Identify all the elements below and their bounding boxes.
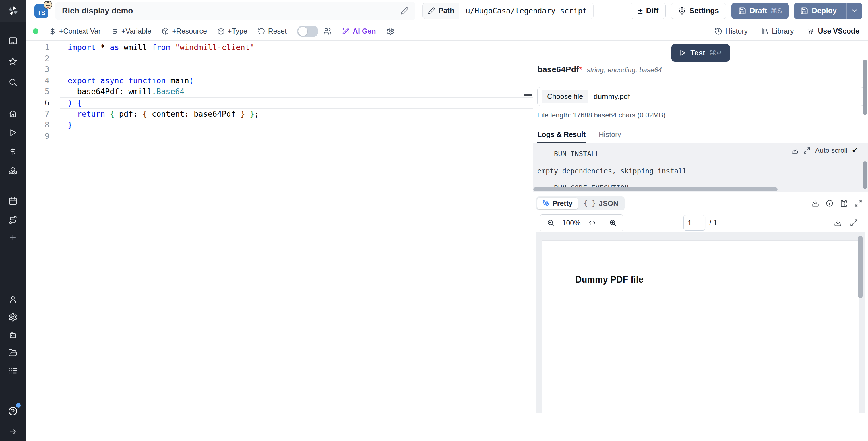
- pdf-canvas-area[interactable]: Dummy PDF file: [536, 232, 865, 413]
- code-line[interactable]: 2: [26, 53, 533, 64]
- diff-button[interactable]: ± Diff: [631, 3, 665, 19]
- pdf-zoom-out-button[interactable]: [540, 215, 561, 231]
- deploy-dropdown[interactable]: [846, 3, 862, 19]
- sidebar-item-favorites[interactable]: [0, 51, 26, 72]
- sidebar-expand[interactable]: [0, 423, 26, 441]
- wand-icon: [342, 27, 350, 35]
- add-variable-button[interactable]: +Variable: [111, 27, 151, 35]
- test-button[interactable]: Test ⌘↵: [671, 44, 730, 62]
- download-icon[interactable]: [811, 199, 819, 207]
- sidebar-item-audit[interactable]: [0, 362, 26, 380]
- language-badge-label: TS: [37, 9, 45, 17]
- use-vscode-button[interactable]: Use VScode: [807, 27, 859, 35]
- pdf-page-total: / 1: [709, 219, 717, 227]
- code-line[interactable]: 7 return { pdf: { content: base64Pdf } }…: [26, 109, 533, 120]
- json-tab[interactable]: { } JSON: [578, 198, 623, 209]
- ai-gen-button[interactable]: AI Gen: [342, 27, 376, 35]
- test-label: Test: [690, 49, 705, 57]
- script-title-box[interactable]: Rich display demo: [55, 2, 415, 20]
- code-line[interactable]: 8}: [26, 119, 533, 130]
- pdf-fit-width-button[interactable]: [582, 215, 602, 231]
- sidebar-item-flows[interactable]: [0, 210, 26, 229]
- sidebar-item-search[interactable]: [0, 72, 26, 92]
- sidebar-item-home[interactable]: [0, 104, 26, 123]
- pen-icon: [542, 200, 549, 207]
- path-field[interactable]: Path u/HugoCasa/legendary_script: [422, 3, 594, 19]
- code-line[interactable]: 4export async function main(: [26, 75, 533, 86]
- add-type-button[interactable]: +Type: [217, 27, 247, 35]
- add-context-var-button[interactable]: +Context Var: [49, 27, 101, 35]
- file-name: dummy.pdf: [594, 92, 630, 101]
- windmill-logo[interactable]: [0, 0, 26, 22]
- draft-button[interactable]: Draft ⌘S: [732, 3, 789, 19]
- sidebar-item-resources[interactable]: [0, 161, 26, 180]
- dollar-icon: [9, 147, 17, 156]
- library-button[interactable]: Library: [761, 27, 794, 35]
- edit-title-icon[interactable]: [400, 7, 408, 15]
- user-icon: [8, 295, 18, 304]
- pdf-page: Dummy PDF file: [541, 240, 859, 413]
- sidebar-item-variables[interactable]: [0, 142, 26, 161]
- sidebar-item-schedules[interactable]: [0, 192, 26, 210]
- required-mark: *: [579, 65, 582, 74]
- robot-icon: [8, 330, 18, 340]
- test-shortcut: ⌘↵: [709, 49, 722, 57]
- log-vertical-scrollbar[interactable]: [863, 161, 867, 189]
- file-input[interactable]: Choose file dummy.pdf: [537, 87, 864, 106]
- pdf-vertical-scrollbar[interactable]: [858, 236, 863, 298]
- route-icon: [8, 215, 18, 225]
- line-number: 3: [26, 64, 60, 75]
- sidebar-item-user[interactable]: [0, 291, 26, 308]
- sidebar-item-workspace[interactable]: [0, 30, 26, 51]
- add-type-label: +Type: [228, 27, 247, 35]
- code-editor[interactable]: 1import * as wmill from "windmill-client…: [26, 41, 533, 441]
- path-label: Path: [439, 7, 454, 15]
- reset-button[interactable]: Reset: [258, 27, 287, 35]
- pdf-zoom-in-button[interactable]: [602, 215, 623, 231]
- log-horizontal-scrollbar[interactable]: [533, 187, 778, 191]
- pretty-tab[interactable]: Pretty: [537, 198, 578, 209]
- code-line[interactable]: 5 base64Pdf: wmill.Base64: [26, 86, 533, 97]
- expand-icon[interactable]: [803, 147, 811, 154]
- sidebar-item-workers[interactable]: [0, 326, 26, 344]
- line-number: 9: [26, 130, 60, 142]
- sidebar-item-help[interactable]: [0, 400, 26, 423]
- expand-icon[interactable]: [850, 219, 858, 227]
- path-value[interactable]: u/HugoCasa/legendary_script: [459, 3, 593, 19]
- pdf-page-input[interactable]: [683, 215, 705, 231]
- tab-logs-result[interactable]: Logs & Result: [537, 127, 586, 143]
- deploy-label: Deploy: [812, 6, 837, 15]
- code-text: [60, 130, 533, 142]
- download-icon[interactable]: [791, 147, 799, 154]
- auto-scroll-label[interactable]: Auto scroll: [815, 146, 847, 154]
- add-resource-button[interactable]: +Resource: [162, 27, 207, 35]
- settings-button[interactable]: Settings: [671, 3, 726, 19]
- sidebar-item-folders[interactable]: [0, 344, 26, 362]
- code-line[interactable]: 9: [26, 130, 533, 142]
- code-line[interactable]: 6) {: [26, 97, 533, 109]
- result-view-switch: Pretty { } JSON: [536, 196, 625, 210]
- pdf-zoom-level[interactable]: 100%: [561, 215, 582, 231]
- choose-file-button[interactable]: Choose file: [541, 90, 588, 104]
- pdf-viewer: 100% / 1: [536, 214, 865, 413]
- assistant-toggle[interactable]: [297, 26, 318, 37]
- panel-scrollbar[interactable]: [863, 60, 867, 115]
- star-icon: [8, 57, 18, 66]
- code-line[interactable]: 1import * as wmill from "windmill-client…: [26, 42, 533, 53]
- download-icon[interactable]: [834, 219, 842, 227]
- sidebar-item-runs[interactable]: [0, 123, 26, 142]
- deploy-button[interactable]: Deploy: [794, 3, 862, 19]
- sidebar-item-add[interactable]: [0, 229, 26, 245]
- history-button[interactable]: History: [714, 27, 748, 35]
- code-line[interactable]: 3: [26, 64, 533, 75]
- expand-icon[interactable]: [854, 199, 862, 207]
- check-icon: ✔: [852, 146, 858, 154]
- editor-settings-button[interactable]: [386, 27, 394, 35]
- clipboard-copy-icon[interactable]: [840, 199, 848, 207]
- log-viewer[interactable]: --- BUN INSTALL ---empty dependencies, s…: [533, 143, 868, 193]
- save-icon: [800, 7, 808, 15]
- sidebar-item-settings[interactable]: [0, 308, 26, 326]
- help-icon: [8, 406, 18, 416]
- info-icon[interactable]: [826, 199, 834, 207]
- tab-history[interactable]: History: [599, 127, 621, 143]
